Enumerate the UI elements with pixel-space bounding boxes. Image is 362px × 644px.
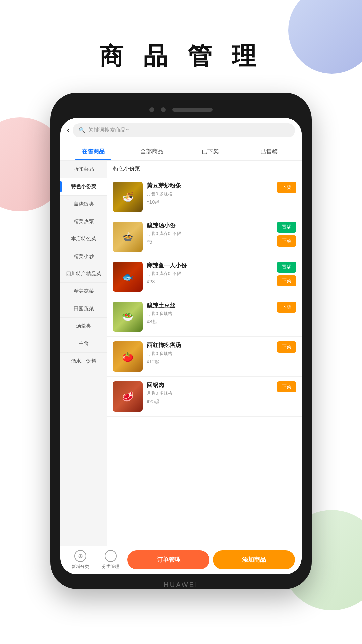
xiajia-button-2[interactable]: 下架 [277, 235, 296, 247]
product-image-4: 🥗 [113, 302, 143, 332]
add-category-label: 新增分类 [72, 564, 89, 570]
product-item-1: 🍜 黄豆芽炒粉条 月售0 多规格 ¥10起 下架 [107, 177, 302, 217]
phone-screen: ‹ 🔍 关键词搜索商品~ 在售商品 全部商品 已下架 已售罄 [60, 118, 302, 574]
product-price-4: ¥8起 [147, 318, 273, 325]
sidebar-item-staple[interactable]: 主食 [60, 335, 107, 353]
product-image-5: 🍅 [113, 341, 143, 372]
tab-on-sale[interactable]: 在售商品 [64, 143, 122, 160]
product-info-4: 酸辣土豆丝 月售0 多规格 ¥8起 [147, 302, 273, 325]
phone-dot-2 [161, 107, 166, 112]
manage-category-label: 分类管理 [102, 564, 119, 570]
product-item-3: 🐟 麻辣鱼一人小份 月售0 库存0 [不限] ¥28 置满 下架 [107, 257, 302, 297]
search-placeholder: 关键词搜索商品~ [88, 127, 129, 134]
tab-off-shelf[interactable]: 已下架 [181, 143, 240, 160]
product-sub-1: 月售0 多规格 [147, 191, 273, 197]
xiajia-button-5[interactable]: 下架 [277, 341, 296, 353]
sidebar-item-special-store[interactable]: 本店特色菜 [60, 230, 107, 248]
food-icon-6: 🥩 [113, 381, 143, 412]
product-price-1: ¥10起 [147, 198, 273, 205]
product-image-6: 🥩 [113, 381, 143, 412]
xiajia-button-3[interactable]: 下架 [277, 275, 296, 286]
zhiman-button-3[interactable]: 置满 [277, 262, 296, 273]
product-list: 特色小份菜 🍜 黄豆芽炒粉条 月售0 多规格 ¥10起 下架 [107, 161, 302, 546]
product-info-6: 回锅肉 月售0 多规格 ¥25起 [147, 381, 273, 405]
product-actions-2: 置满 下架 [277, 222, 296, 247]
product-sub-5: 月售0 多规格 [147, 351, 273, 357]
product-name-6: 回锅肉 [147, 381, 273, 389]
product-price-2: ¥5 [147, 238, 273, 245]
food-icon-2: 🍲 [113, 222, 143, 252]
sidebar-item-rice[interactable]: 盖浇饭类 [60, 196, 107, 213]
manage-category-btn[interactable]: ≡ 分类管理 [97, 550, 124, 570]
back-button[interactable]: ‹ [67, 126, 69, 135]
product-sub-3: 月售0 库存0 [不限] [147, 271, 273, 277]
product-price-6: ¥25起 [147, 398, 273, 405]
sidebar-item-hot-dishes[interactable]: 精美热菜 [60, 213, 107, 230]
product-info-3: 麻辣鱼一人小份 月售0 库存0 [不限] ¥28 [147, 262, 273, 285]
product-info-1: 黄豆芽炒粉条 月售0 多规格 ¥10起 [147, 182, 273, 205]
product-price-3: ¥28 [147, 278, 273, 285]
product-actions-4: 下架 [277, 302, 296, 313]
product-image-3: 🐟 [113, 262, 143, 292]
product-name-1: 黄豆芽炒粉条 [147, 182, 273, 190]
xiajia-button-1[interactable]: 下架 [277, 182, 296, 193]
product-info-2: 酸辣汤小份 月售0 库存0 [不限] ¥5 [147, 222, 273, 245]
product-item-5: 🍅 西红柿疙瘩汤 月售0 多规格 ¥12起 下架 [107, 337, 302, 377]
tab-all[interactable]: 全部商品 [122, 143, 181, 160]
add-category-icon: ⊕ [74, 550, 86, 562]
product-image-2: 🍲 [113, 222, 143, 252]
sidebar-item-farm-veg[interactable]: 田园蔬菜 [60, 300, 107, 318]
product-sub-6: 月售0 多规格 [147, 390, 273, 396]
product-item-2: 🍲 酸辣汤小份 月售0 库存0 [不限] ¥5 置满 下架 [107, 217, 302, 257]
product-name-3: 麻辣鱼一人小份 [147, 262, 273, 269]
search-icon: 🔍 [79, 127, 85, 133]
device-brand: HUAWEI [60, 574, 302, 592]
phone-speaker [172, 108, 213, 112]
phone-top-bar [60, 103, 302, 118]
sidebar-item-cold-dishes[interactable]: 精美凉菜 [60, 283, 107, 300]
search-input-area[interactable]: 🔍 关键词搜索商品~ [73, 123, 295, 137]
sidebar-item-special-small[interactable]: 特色小份菜 [60, 178, 107, 196]
sidebar-item-small-stir[interactable]: 精美小炒 [60, 248, 107, 265]
manage-category-icon: ≡ [105, 550, 117, 562]
food-icon-1: 🍜 [113, 182, 143, 212]
sidebar-item-sichuan[interactable]: 四川特产精品菜 [60, 265, 107, 283]
sidebar-item-drinks[interactable]: 酒水、饮料 [60, 353, 107, 370]
phone-frame: ‹ 🔍 关键词搜索商品~ 在售商品 全部商品 已下架 已售罄 [50, 93, 312, 589]
sidebar: 折扣菜品 特色小份菜 盖浇饭类 精美热菜 本店特色菜 精美小炒 [60, 161, 107, 546]
zhiman-button-2[interactable]: 置满 [277, 222, 296, 233]
category-header: 特色小份菜 [107, 161, 302, 177]
product-sub-4: 月售0 多规格 [147, 311, 273, 317]
main-content: 折扣菜品 特色小份菜 盖浇饭类 精美热菜 本店特色菜 精美小炒 [60, 161, 302, 546]
product-name-4: 酸辣土豆丝 [147, 302, 273, 309]
product-actions-5: 下架 [277, 341, 296, 353]
product-item-4: 🥗 酸辣土豆丝 月售0 多规格 ¥8起 下架 [107, 297, 302, 337]
product-name-5: 西红柿疙瘩汤 [147, 341, 273, 349]
xiajia-button-4[interactable]: 下架 [277, 302, 296, 313]
tabs-row: 在售商品 全部商品 已下架 已售罄 [60, 143, 302, 161]
phone-dot-1 [149, 107, 154, 112]
product-actions-6: 下架 [277, 381, 296, 392]
add-category-btn[interactable]: ⊕ 新增分类 [67, 550, 94, 570]
product-item-6: 🥩 回锅肉 月售0 多规格 ¥25起 下架 [107, 377, 302, 417]
product-price-5: ¥12起 [147, 358, 273, 365]
xiajia-button-6[interactable]: 下架 [277, 381, 296, 392]
bottom-bar: ⊕ 新增分类 ≡ 分类管理 订单管理 添加商品 [60, 546, 302, 574]
product-sub-2: 月售0 库存0 [不限] [147, 231, 273, 237]
search-bar: ‹ 🔍 关键词搜索商品~ [60, 118, 302, 143]
order-mgmt-button[interactable]: 订单管理 [127, 550, 209, 569]
product-image-1: 🍜 [113, 182, 143, 212]
add-product-button[interactable]: 添加商品 [213, 550, 295, 569]
sidebar-item-soup[interactable]: 汤羹类 [60, 318, 107, 335]
page-title: 商 品 管 理 [0, 40, 362, 72]
sidebar-item-discount[interactable]: 折扣菜品 [60, 161, 107, 178]
food-icon-3: 🐟 [113, 262, 143, 292]
food-icon-4: 🥗 [113, 302, 143, 332]
product-actions-3: 置满 下架 [277, 262, 296, 286]
product-info-5: 西红柿疙瘩汤 月售0 多规格 ¥12起 [147, 341, 273, 365]
product-actions-1: 下架 [277, 182, 296, 193]
product-name-2: 酸辣汤小份 [147, 222, 273, 229]
food-icon-5: 🍅 [113, 341, 143, 372]
tab-sold-out[interactable]: 已售罄 [240, 143, 298, 160]
